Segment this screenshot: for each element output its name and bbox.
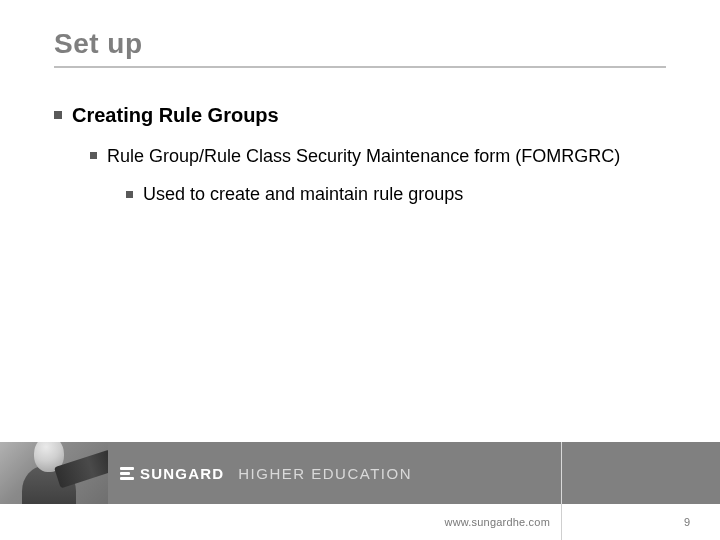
footer-url: www.sungardhe.com xyxy=(444,504,550,540)
footer: SUNGARD HIGHER EDUCATION www.sungardhe.c… xyxy=(0,442,720,540)
bullet-level2: Rule Group/Rule Class Security Maintenan… xyxy=(90,145,666,168)
bullet-level3: Used to create and maintain rule groups xyxy=(126,184,666,205)
bullet-level2-text: Rule Group/Rule Class Security Maintenan… xyxy=(107,145,620,168)
content-bullets: Creating Rule Groups Rule Group/Rule Cla… xyxy=(54,104,666,205)
sungard-logo-icon xyxy=(120,467,134,480)
brand-block: SUNGARD HIGHER EDUCATION xyxy=(120,442,412,504)
bullet-level3-text: Used to create and maintain rule groups xyxy=(143,184,463,205)
page-number: 9 xyxy=(684,504,690,540)
brand-he-text: HIGHER EDUCATION xyxy=(238,465,412,482)
bullet-square-icon xyxy=(90,152,97,159)
brand-sungard-text: SUNGARD xyxy=(140,465,224,482)
brand-sungard: SUNGARD xyxy=(120,465,224,482)
slide-title: Set up xyxy=(54,28,143,60)
footer-band-right xyxy=(562,442,720,504)
title-divider xyxy=(54,66,666,68)
footer-photo xyxy=(0,442,108,504)
footer-bottom: www.sungardhe.com 9 xyxy=(0,504,720,540)
bullet-level1: Creating Rule Groups xyxy=(54,104,666,127)
bullet-square-icon xyxy=(54,111,62,119)
bullet-square-icon xyxy=(126,191,133,198)
slide: Set up Creating Rule Groups Rule Group/R… xyxy=(0,0,720,540)
bullet-level1-text: Creating Rule Groups xyxy=(72,104,279,127)
footer-band: SUNGARD HIGHER EDUCATION xyxy=(0,442,720,504)
